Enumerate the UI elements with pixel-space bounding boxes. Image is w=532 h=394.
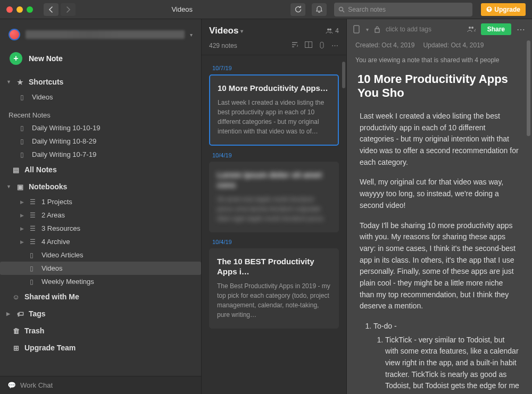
date-separator: 10/4/19: [212, 239, 336, 245]
note-icon: ▯: [20, 124, 28, 132]
star-icon: ★: [16, 78, 24, 86]
minimize-button[interactable]: [16, 6, 23, 13]
stack-icon: ☰: [30, 225, 37, 232]
account-name-redacted: [26, 30, 185, 39]
sync-icon: [294, 6, 302, 13]
notebook-icon: ▯: [30, 278, 37, 286]
recent-item[interactable]: ▯Daily Writing 10-10-19: [0, 121, 201, 135]
reminder-button[interactable]: [374, 26, 380, 33]
tags-input[interactable]: click to add tags: [386, 26, 431, 33]
view-button[interactable]: [305, 41, 312, 49]
search-placeholder: Search notes: [348, 6, 386, 13]
recent-item[interactable]: ▯Daily Writing 10-7-19: [0, 148, 201, 161]
note-body[interactable]: Last week I created a video listing the …: [347, 105, 532, 394]
search-input[interactable]: Search notes: [334, 3, 472, 16]
notebook-icon: ▯: [30, 252, 37, 259]
sidebar: ▾ + New Note ▼ ★ Shortcuts ▯ Videos Rece…: [0, 19, 201, 394]
chevron-right-icon: [66, 6, 70, 13]
note-list-scroll[interactable]: 10/7/19 10 More Producitivity Apps… Last…: [202, 55, 346, 394]
disclosure-icon: ▶: [20, 239, 26, 245]
notebook-item[interactable]: ▶☰2 Areas: [0, 208, 201, 222]
date-separator: 10/7/19: [212, 65, 336, 71]
bell-icon: [316, 6, 322, 13]
columns-icon: [305, 41, 312, 48]
notebook-icon: ▣: [16, 183, 24, 191]
note-metadata: Created: Oct 4, 2019 Updated: Oct 4, 201…: [347, 39, 532, 54]
card-preview-redacted: Sit amet erat dapib morbi tincidunt puru…: [217, 195, 331, 223]
upgrade-button[interactable]: Upgrade: [481, 3, 526, 16]
svg-point-3: [327, 29, 329, 31]
member-count[interactable]: 4: [326, 27, 339, 35]
search-icon: [338, 6, 345, 13]
notebook-item[interactable]: ▯Video Articles: [0, 248, 201, 262]
note-icon: [353, 25, 361, 33]
svg-point-4: [329, 29, 331, 31]
notes-icon: ▤: [12, 166, 20, 174]
shortcut-item[interactable]: ▯ Videos: [0, 90, 201, 104]
more-button[interactable]: ⋯: [331, 41, 339, 49]
disclosure-icon: ▶: [6, 311, 12, 316]
new-note-button[interactable]: + New Note: [0, 46, 201, 71]
scrollbar-thumb[interactable]: [527, 40, 530, 136]
shortcuts-header[interactable]: ▼ ★ Shortcuts: [0, 73, 201, 90]
note-info-button[interactable]: [353, 25, 361, 33]
upgrade-icon: [486, 6, 492, 12]
chat-icon: 💬: [7, 381, 16, 389]
more-button[interactable]: ⋯: [517, 24, 526, 35]
notebook-item[interactable]: ▯Weekly Meetings: [0, 275, 201, 288]
notebook-item[interactable]: ▶☰3 Resources: [0, 222, 201, 235]
tags-header[interactable]: ▶ 🏷 Tags: [0, 305, 201, 322]
all-notes-header[interactable]: ▤ All Notes: [0, 161, 201, 178]
scrollbar-thumb[interactable]: [342, 62, 345, 88]
people-icon: 4: [467, 26, 476, 32]
window-controls: [6, 6, 33, 13]
disclosure-icon: ▶: [20, 213, 26, 218]
window-title: Videos: [80, 5, 284, 13]
note-title[interactable]: 10 More Producitivity Apps You Sho: [347, 69, 532, 105]
close-button[interactable]: [6, 6, 13, 13]
created-date: Created: Oct 4, 2019: [355, 41, 414, 49]
filter-button[interactable]: [319, 41, 325, 49]
card-preview: Last week I created a video listing the …: [218, 98, 330, 136]
tag-icon: 🏷: [16, 310, 24, 318]
trash-header[interactable]: 🗑 Trash: [0, 322, 201, 339]
note-icon: ▯: [20, 151, 28, 158]
note-card[interactable]: Lorem ipsum dolor sit amet cons Sit amet…: [209, 162, 339, 232]
note-card[interactable]: The 10 BEST Productivity Apps i… The Bes…: [209, 248, 339, 329]
lock-icon: [374, 26, 380, 33]
trash-icon: 🗑: [12, 327, 20, 335]
sort-button[interactable]: [291, 41, 298, 49]
people-icon: [326, 28, 333, 34]
upgrade-team-header[interactable]: ⊞ Upgrade Team: [0, 339, 201, 356]
work-chat-button[interactable]: 💬 Work Chat: [0, 376, 201, 394]
sync-button[interactable]: [290, 3, 305, 16]
card-title-redacted: Lorem ipsum dolor sit amet cons: [217, 170, 331, 190]
notebook-item-selected[interactable]: ▯Videos: [0, 262, 201, 275]
note-card-selected[interactable]: 10 More Producitivity Apps… Last week I …: [209, 74, 339, 146]
shared-header[interactable]: ☺ Shared with Me: [0, 288, 201, 305]
svg-line-1: [343, 11, 344, 12]
note-count: 429 notes: [209, 42, 237, 49]
notebook-item[interactable]: ▶☰1 Projects: [0, 195, 201, 208]
activity-button[interactable]: [312, 3, 327, 16]
share-count[interactable]: 4: [467, 26, 476, 32]
disclosure-icon: ▼: [6, 79, 12, 85]
team-icon: ⊞: [12, 344, 20, 352]
account-switcher[interactable]: ▾: [0, 23, 201, 46]
share-button[interactable]: Share: [481, 23, 511, 35]
notelist-title[interactable]: Videos ▾: [209, 26, 243, 36]
disclosure-icon: ▶: [20, 226, 26, 231]
recent-item[interactable]: ▯Daily Writing 10-8-29: [0, 135, 201, 148]
back-button[interactable]: [44, 3, 59, 16]
people-icon: ☺: [12, 293, 20, 301]
notebook-item[interactable]: ▶☰4 Archive: [0, 235, 201, 248]
disclosure-icon: ▼: [6, 184, 12, 189]
card-title: 10 More Producitivity Apps…: [218, 83, 330, 94]
maximize-button[interactable]: [27, 6, 33, 13]
forward-button[interactable]: [61, 3, 76, 16]
notebooks-header[interactable]: ▼ ▣ Notebooks: [0, 178, 201, 195]
chevron-down-icon: ▾: [190, 32, 193, 38]
svg-point-0: [339, 7, 343, 11]
avatar: [9, 29, 20, 40]
date-separator: 10/4/19: [212, 152, 336, 158]
